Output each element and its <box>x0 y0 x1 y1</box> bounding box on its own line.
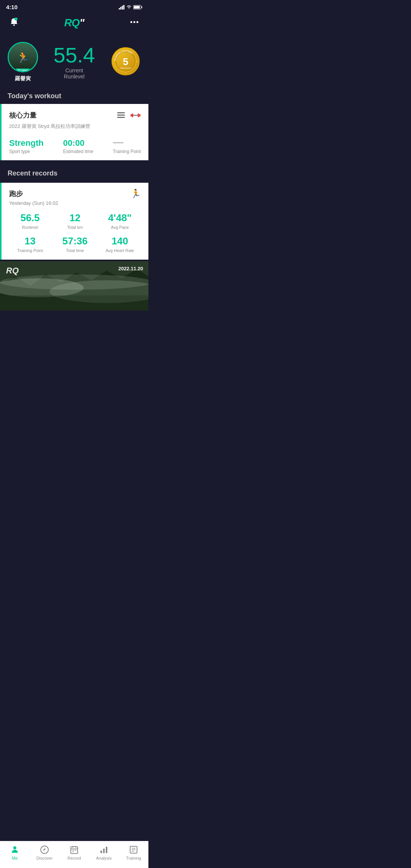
sport-type-stat: Strength Sport type <box>9 138 43 154</box>
list-icon[interactable] <box>116 110 126 121</box>
more-icon <box>129 17 139 27</box>
avg-heart-rate-label: Avg Heart Rate <box>99 248 141 253</box>
status-time: 4:10 <box>6 4 18 10</box>
runlevel-number: 55.4 <box>54 45 95 66</box>
sport-type-value: Strength <box>9 138 43 148</box>
todays-workout-title: Today's workout <box>0 86 148 104</box>
svg-rect-28 <box>138 113 139 117</box>
username: 羅譽寅 <box>8 75 38 82</box>
profile-section: 🏃 RQ team 羅譽寅 55.4 CurrentRunlevel <box>0 34 148 86</box>
avg-pace-stat: 4'48" Avg Pace <box>99 212 141 230</box>
record-title: 跑步 <box>9 189 23 198</box>
svg-point-8 <box>14 18 18 21</box>
todays-workout-section: Today's workout 核心力量 2022 羅譽寅 Stryd 馬拉松 <box>0 86 148 160</box>
svg-rect-27 <box>133 115 138 116</box>
runlevel-display: 55.4 CurrentRunlevel <box>54 45 95 80</box>
total-time-stat: 57:36 Total time <box>54 235 96 253</box>
training-point-stat2: 13 Training Point <box>9 235 51 253</box>
svg-point-10 <box>134 21 135 23</box>
svg-rect-22 <box>117 112 125 113</box>
svg-rect-29 <box>139 114 140 116</box>
running-icon: 🏃 <box>131 189 141 199</box>
top-nav: RQ" <box>0 13 148 34</box>
workout-card-subtitle: 2022 羅譽寅 Stryd 馬拉松功率訓練營 <box>9 123 141 130</box>
signal-icon <box>119 5 125 10</box>
total-time-value: 57:36 <box>54 235 96 247</box>
app-logo: RQ" <box>64 17 84 29</box>
barbell-icon[interactable] <box>130 110 141 121</box>
status-icons <box>119 5 142 10</box>
workout-card[interactable]: 核心力量 2022 羅譽寅 Stryd 馬拉松功率訓練營 Stre <box>0 104 148 160</box>
svg-rect-2 <box>122 6 123 10</box>
svg-rect-0 <box>119 8 120 10</box>
svg-rect-35 <box>0 295 148 311</box>
svg-rect-6 <box>134 6 140 8</box>
total-km-stat: 12 Total km <box>54 212 96 230</box>
total-km-value: 12 <box>54 212 96 224</box>
recent-records-section: Recent records 跑步 🏃 Yesterday (Sun) 16:0… <box>0 162 148 311</box>
avg-pace-value: 4'48" <box>99 212 141 224</box>
svg-rect-25 <box>131 114 132 116</box>
runlevel-label: CurrentRunlevel <box>54 67 95 80</box>
training-point-value: — <box>113 136 141 148</box>
svg-rect-26 <box>132 113 133 117</box>
workout-stats: Strength Sport type 00:00 Estimated time… <box>9 136 141 154</box>
photo-date: 2022.11.20 <box>118 266 143 271</box>
svg-rect-24 <box>117 117 125 118</box>
badge-container[interactable]: RUNNING QUOTIENT 5 <box>110 46 141 78</box>
svg-rect-23 <box>117 115 125 116</box>
estimated-time-label: Estimated time <box>63 149 93 154</box>
notification-icon <box>9 17 19 27</box>
training-point-value2: 13 <box>9 235 51 247</box>
photo-logo: RQ <box>0 261 25 280</box>
avg-pace-label: Avg Pace <box>99 225 141 230</box>
svg-point-7 <box>13 24 15 26</box>
notification-button[interactable] <box>8 16 21 30</box>
workout-icon-group <box>116 110 141 121</box>
workout-photo[interactable]: RQ 2022.11.20 <box>0 261 148 311</box>
training-point-stat: — Training Point <box>113 136 141 154</box>
runlevel-stat-value: 56.5 <box>9 212 51 224</box>
record-date: Yesterday (Sun) 16:02 <box>9 200 141 206</box>
training-point-label: Training Point <box>113 149 141 154</box>
more-button[interactable] <box>128 16 141 30</box>
svg-point-9 <box>131 21 132 23</box>
recent-records-title: Recent records <box>0 163 148 181</box>
svg-rect-5 <box>142 6 142 8</box>
svg-rect-1 <box>120 7 121 10</box>
total-km-label: Total km <box>54 225 96 230</box>
status-bar: 4:10 <box>0 0 148 13</box>
svg-text:5: 5 <box>123 56 128 67</box>
workout-header: 核心力量 <box>9 110 141 121</box>
workout-card-title: 核心力量 <box>9 111 37 120</box>
wifi-icon <box>126 5 132 9</box>
record-header: 跑步 🏃 <box>9 189 141 199</box>
avatar-badge: RQ team <box>16 69 30 72</box>
avg-heart-rate-stat: 140 Avg Heart Rate <box>99 235 141 253</box>
record-stats-grid: 56.5 Runlevel 12 Total km 4'48" Avg Pace… <box>9 212 141 254</box>
estimated-time-value: 00:00 <box>63 138 93 148</box>
avg-heart-rate-value: 140 <box>99 235 141 247</box>
avatar-container[interactable]: 🏃 RQ team 羅譽寅 <box>8 42 38 82</box>
svg-point-11 <box>137 21 139 23</box>
svg-rect-3 <box>123 5 124 10</box>
runlevel-stat-label: Runlevel <box>9 225 51 230</box>
total-time-label: Total time <box>54 248 96 253</box>
estimated-time-stat: 00:00 Estimated time <box>63 138 93 154</box>
record-card[interactable]: 跑步 🏃 Yesterday (Sun) 16:02 56.5 Runlevel… <box>0 183 148 260</box>
sport-type-label: Sport type <box>9 149 43 154</box>
battery-icon <box>133 5 142 10</box>
avatar: 🏃 RQ team <box>8 42 38 72</box>
achievement-badge: RUNNING QUOTIENT 5 <box>110 46 141 77</box>
training-point-label2: Training Point <box>9 248 51 253</box>
runlevel-stat: 56.5 Runlevel <box>9 212 51 230</box>
